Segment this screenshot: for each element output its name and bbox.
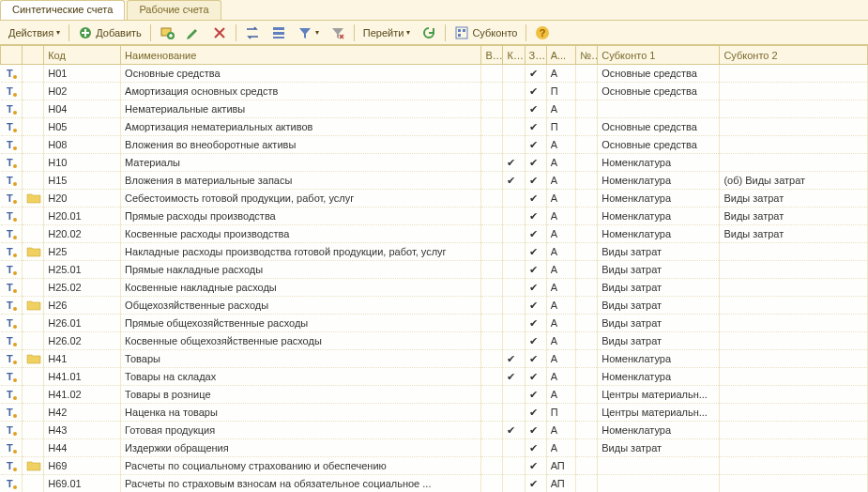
cell-v [481,439,503,457]
table-row[interactable]: TН69Расчеты по социальному страхованию и… [1,457,868,475]
tab-working[interactable]: Рабочие счета [127,0,221,20]
cell-n [576,439,598,457]
col-k[interactable]: К... [503,46,525,65]
table-row[interactable]: TН20.02Косвенные расходы производства✔АН… [1,225,868,243]
cell-k [503,243,525,261]
table-row[interactable]: TН08Вложения во внеоборотные активы✔АОсн… [1,136,868,154]
table-row[interactable]: TН43Готовая продукция✔✔АНоменклатура [1,422,868,439]
delete-button[interactable] [207,23,232,43]
table-row[interactable]: TН20.01Прямые расходы производства✔АНоме… [1,208,868,225]
row-folder-icon [23,118,44,136]
cell-a: А [546,439,575,457]
row-folder-icon [23,208,44,225]
table-row[interactable]: TН69.01Расчеты по страховым взносам на о… [1,475,868,493]
go-menu[interactable]: Перейти▾ [358,24,416,41]
cell-s1: Виды затрат [598,297,720,315]
table-row[interactable]: TН10Материалы✔✔АНоменклатура [1,154,868,172]
table-row[interactable]: TН26.01Прямые общехозяйственные расходы✔… [1,315,868,332]
table-row[interactable]: TН01Основные средства✔АОсновные средства [1,65,868,83]
table-row[interactable]: TН04Нематериальные активы✔А [1,100,868,118]
table-row[interactable]: TН41.02Товары в рознице✔АЦентры материал… [1,386,868,404]
col-type[interactable] [1,46,23,65]
cell-a: А [546,65,575,83]
cell-s1 [598,100,720,118]
table-row[interactable]: TН44Издержки обращения✔АВиды затрат [1,439,868,457]
table-row[interactable]: TН02Амортизация основных средств✔ПОсновн… [1,83,868,100]
add-group-button[interactable] [155,23,179,43]
table-row[interactable]: TН26Общехозяйственные расходы✔АВиды затр… [1,297,868,315]
filter-button[interactable]: ▾ [293,23,324,43]
cell-a: А [546,190,575,208]
cell-n [576,154,598,172]
hierarchy-button[interactable] [266,23,291,43]
filter-icon [297,25,312,40]
svg-point-27 [13,200,17,204]
table-row[interactable]: TН15Вложения в материальные запасы✔✔АНом… [1,172,868,190]
svg-point-51 [13,414,17,418]
table-row[interactable]: TН42Наценка на товары✔ПЦентры материальн… [1,404,868,422]
svg-text:T: T [7,157,13,168]
table-row[interactable]: TН25.01Прямые накладные расходы✔АВиды за… [1,261,868,279]
cell-s2 [720,315,868,332]
edit-button[interactable] [181,23,206,43]
col-s2[interactable]: Субконто 2 [720,46,868,65]
cell-code: Н41.02 [44,386,121,404]
add-button[interactable]: Добавить [73,23,146,43]
subkonto-button[interactable]: Субконто [449,23,522,43]
table-row[interactable]: TН05Амортизация нематериальных активов✔П… [1,118,868,136]
svg-point-25 [13,182,17,186]
col-name[interactable]: Наименование [121,46,481,65]
cell-z: ✔ [525,225,546,243]
table-row[interactable]: TН41.01Товары на складах✔✔АНоменклатура [1,368,868,386]
table-row[interactable]: TН26.02Косвенные общехозяйственные расхо… [1,332,868,350]
cell-code: Н04 [44,100,121,118]
table-row[interactable]: TН41Товары✔✔АНоменклатура [1,350,868,368]
edit-icon [186,25,201,40]
cell-code: Н26 [44,297,121,315]
row-folder-icon [23,350,44,368]
cell-k [503,65,525,83]
cell-n [576,172,598,190]
svg-point-31 [13,236,17,239]
actions-menu[interactable]: Действия▾ [4,24,65,41]
row-folder-icon [23,172,44,190]
cell-z: ✔ [525,350,546,368]
add-group-icon [160,25,175,40]
col-n[interactable]: №.. [576,46,598,65]
refresh-button[interactable] [417,23,441,43]
col-z[interactable]: З... [525,46,546,65]
move-button[interactable] [240,23,265,43]
row-folder-icon [23,422,44,439]
cell-v [481,368,503,386]
table-row[interactable]: TН25Накладные расходы производства готов… [1,243,868,261]
help-button[interactable]: ? [530,23,555,43]
table-row[interactable]: TН20Себестоимость готовой продукции, раб… [1,190,868,208]
table-row[interactable]: TН25.02Косвенные накладные расходы✔АВиды… [1,279,868,297]
svg-rect-9 [458,34,461,37]
col-s1[interactable]: Субконто 1 [598,46,720,65]
cell-code: Н25.01 [44,261,121,279]
cell-k [503,136,525,154]
svg-point-17 [13,111,17,115]
tab-synthetic[interactable]: Синтетические счета [0,0,125,20]
col-folder[interactable] [23,46,44,65]
cell-s2: (об) Виды затрат [720,172,868,190]
clear-filter-button[interactable] [326,23,350,43]
row-type-icon: T [1,100,23,118]
cell-z: ✔ [525,457,546,475]
cell-name: Вложения в материальные запасы [121,172,481,190]
row-type-icon: T [1,208,23,225]
cell-name: Амортизация основных средств [121,83,481,100]
col-code[interactable]: Код [44,46,121,65]
cell-name: Нематериальные активы [121,100,481,118]
cell-v [481,279,503,297]
col-v[interactable]: В... [481,46,503,65]
row-type-icon: T [1,261,23,279]
cell-k [503,404,525,422]
cell-name: Расчеты по страховым взносам на обязател… [121,475,481,493]
svg-point-47 [13,378,17,382]
col-a[interactable]: А... [546,46,575,65]
separator [236,24,236,41]
cell-a: А [546,368,575,386]
row-type-icon: T [1,404,23,422]
